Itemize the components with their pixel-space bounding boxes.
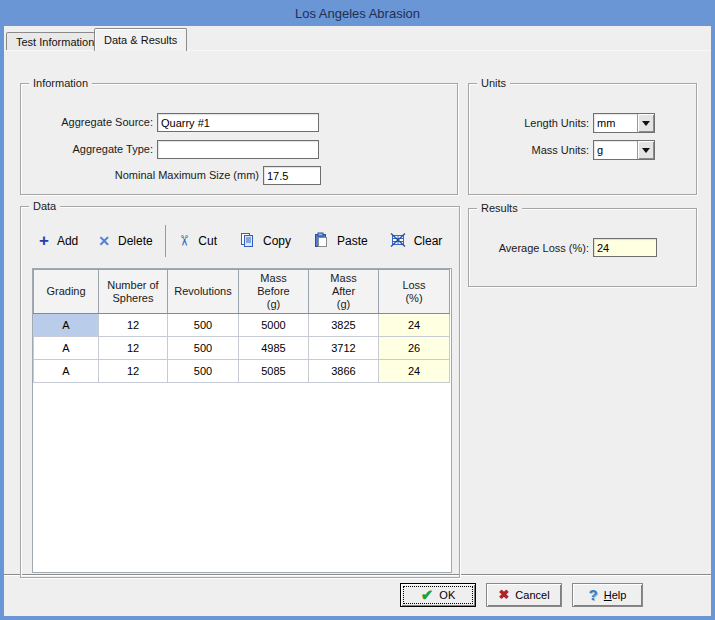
table-cell[interactable]: 24 [379, 314, 450, 337]
delete-icon: ✕ [98, 233, 110, 249]
clear-icon [390, 232, 406, 251]
column-header: Revolutions [168, 270, 239, 314]
column-header: Loss(%) [379, 270, 450, 314]
copy-icon [239, 232, 255, 251]
window-title: Los Angeles Abrasion [295, 6, 420, 21]
units-legend: Units [477, 76, 510, 90]
add-icon: + [39, 233, 49, 249]
tab-test-information[interactable]: Test Information [6, 32, 104, 51]
cut-button[interactable]: ✂ Cut [172, 229, 223, 253]
help-button[interactable]: ? Help [572, 583, 643, 607]
table-row: A125005000382524 [34, 314, 450, 337]
table-cell[interactable]: 3712 [309, 337, 379, 360]
x-icon: ✖ [498, 587, 509, 603]
data-legend: Data [29, 199, 60, 213]
chevron-down-icon[interactable] [637, 114, 654, 132]
table-cell[interactable]: 24 [379, 360, 450, 383]
results-groupbox: Results Average Loss (%): [468, 208, 697, 287]
mass-units-value: g [594, 144, 637, 156]
cancel-button[interactable]: ✖ Cancel [486, 583, 562, 607]
average-loss-field[interactable] [593, 238, 657, 257]
units-groupbox: Units Length Units: mm Mass Units: g [468, 83, 697, 195]
check-icon: ✔ [421, 587, 434, 603]
toolbar-separator [165, 225, 166, 257]
data-toolbar: + Add ✕ Delete ✂ Cut [33, 221, 449, 261]
aggregate-type-field[interactable] [157, 140, 319, 159]
table-cell[interactable]: 26 [379, 337, 450, 360]
table-row: A125005085386624 [34, 360, 450, 383]
table-cell[interactable]: 4985 [239, 337, 309, 360]
tab-page-data-results: Information Aggregate Source: Aggregate … [4, 50, 711, 574]
table-cell[interactable]: 500 [168, 314, 239, 337]
aggregate-source-field[interactable] [157, 113, 319, 132]
length-units-select[interactable]: mm [593, 113, 655, 133]
column-header: Grading [34, 270, 99, 314]
data-groupbox: Data + Add ✕ Delete ✂ Cut [20, 206, 460, 578]
table-cell[interactable]: 3825 [309, 314, 379, 337]
title-bar: Los Angeles Abrasion [0, 0, 715, 26]
cut-icon: ✂ [176, 235, 192, 248]
tab-label: Test Information [16, 36, 94, 48]
mass-units-label: Mass Units: [469, 143, 589, 157]
column-header: Number ofSpheres [99, 270, 168, 314]
table-cell[interactable]: 500 [168, 337, 239, 360]
column-header: MassAfter(g) [309, 270, 379, 314]
delete-label: Delete [118, 234, 153, 248]
clear-label: Clear [414, 234, 443, 248]
information-legend: Information [29, 76, 92, 90]
tab-label: Data & Results [104, 34, 177, 46]
length-units-label: Length Units: [469, 116, 589, 130]
paste-label: Paste [337, 234, 368, 248]
information-groupbox: Information Aggregate Source: Aggregate … [20, 83, 458, 195]
tab-data-and-results[interactable]: Data & Results [94, 28, 187, 51]
table-cell[interactable]: 12 [99, 337, 168, 360]
add-label: Add [57, 234, 78, 248]
paste-button[interactable]: Paste [307, 228, 374, 255]
column-header: MassBefore(g) [239, 270, 309, 314]
add-button[interactable]: + Add [33, 229, 84, 253]
mass-units-select[interactable]: g [593, 140, 655, 160]
clear-button[interactable]: Clear [384, 228, 449, 255]
cut-label: Cut [198, 234, 217, 248]
copy-button[interactable]: Copy [233, 228, 297, 255]
dialog-client-area: Test Information Data & Results Informat… [4, 26, 711, 616]
nominal-max-size-field[interactable] [263, 166, 321, 185]
table-cell[interactable]: 3866 [309, 360, 379, 383]
data-table: GradingNumber ofSpheresRevolutionsMassBe… [33, 269, 450, 383]
table-cell[interactable]: A [34, 360, 99, 383]
average-loss-label: Average Loss (%): [469, 241, 589, 255]
aggregate-type-label: Aggregate Type: [21, 142, 153, 156]
app-window: Los Angeles Abrasion Test Information Da… [0, 0, 715, 620]
paste-icon [313, 232, 329, 251]
table-cell[interactable]: 5000 [239, 314, 309, 337]
copy-label: Copy [263, 234, 291, 248]
table-cell[interactable]: A [34, 337, 99, 360]
nominal-max-size-label: Nominal Maximum Size (mm) [21, 168, 259, 182]
question-mark-icon: ? [589, 587, 598, 603]
ok-button[interactable]: ✔ OK [400, 583, 476, 607]
table-cell[interactable]: 12 [99, 314, 168, 337]
help-label: Help [604, 589, 627, 601]
table-cell[interactable]: 500 [168, 360, 239, 383]
table-row: A125004985371226 [34, 337, 450, 360]
cancel-label: Cancel [515, 589, 549, 601]
length-units-value: mm [594, 117, 637, 129]
delete-button[interactable]: ✕ Delete [92, 229, 158, 253]
aggregate-source-label: Aggregate Source: [21, 115, 153, 129]
data-grid-container: GradingNumber ofSpheresRevolutionsMassBe… [32, 268, 452, 573]
results-legend: Results [477, 201, 522, 215]
ok-label: OK [439, 589, 455, 601]
table-cell[interactable]: 12 [99, 360, 168, 383]
table-cell[interactable]: 5085 [239, 360, 309, 383]
chevron-down-icon[interactable] [637, 141, 654, 159]
table-cell[interactable]: A [34, 314, 99, 337]
